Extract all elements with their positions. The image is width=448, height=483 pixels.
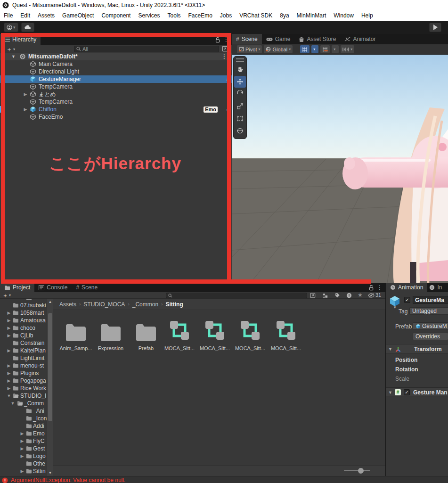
expand-arrow-icon[interactable]: ▶ (7, 318, 11, 323)
gesture-manager-component-header[interactable]: ▼ # ✓ Gesture Man (386, 387, 448, 396)
snap-dropdown-button[interactable]: ▾ (332, 45, 339, 53)
tag-dropdown[interactable]: Untagged (409, 307, 448, 315)
scrollbar-thumb[interactable] (48, 313, 52, 421)
menu-minminmart[interactable]: MinMinMart (293, 10, 330, 21)
create-dropdown-icon[interactable]: ▾ (9, 293, 11, 297)
overlay-drag-handle[interactable] (236, 58, 244, 62)
tab-console[interactable]: Console (34, 283, 72, 292)
transform-foldout-icon[interactable]: ▼ (388, 347, 392, 352)
tab-animation[interactable]: Animation (386, 283, 427, 292)
grid-visibility-button[interactable] (300, 45, 310, 53)
expand-arrow-icon[interactable]: ▶ (7, 311, 11, 315)
overrides-dropdown[interactable]: Overrides (413, 333, 448, 340)
component-enabled-checkbox[interactable]: ✓ (404, 389, 410, 395)
chevron-right-icon[interactable]: › (226, 76, 228, 83)
search-by-type-icon[interactable] (322, 293, 328, 298)
menu-vrchat-sdk[interactable]: VRChat SDK (236, 10, 276, 21)
tree-item-plugins[interactable]: ▶Plugins (0, 369, 53, 377)
unlock-icon[interactable] (368, 285, 374, 291)
asset-folder-expression[interactable]: Expression (94, 319, 128, 351)
tab-game[interactable]: Game (262, 34, 295, 44)
tree-item-1058mart[interactable]: ▶1058mart (0, 309, 53, 317)
tree-item-07-tsubaki[interactable]: 07.tsubaki (0, 302, 53, 309)
tab-scene[interactable]: # Scene (232, 34, 262, 44)
icon-size-slider[interactable] (344, 470, 370, 471)
tree-item-lightlimit[interactable]: LightLimit (0, 354, 53, 362)
tree-item-sittin[interactable]: ▶Sittin (0, 467, 53, 475)
project-content-grid[interactable]: Anim_Samp...ExpressionPrefabMOCA_Sitt...… (53, 310, 385, 466)
breadcrumb-sitting[interactable]: Sitting (165, 301, 183, 308)
menu-gameobject[interactable]: GameObject (58, 10, 98, 21)
expand-arrow-icon[interactable]: ▶ (7, 333, 11, 338)
asset-prefab-moca-sitt[interactable]: MOCA_Sitt... (198, 319, 232, 351)
breadcrumb-assets[interactable]: Assets (59, 301, 76, 308)
gameobject-icon-dropdown[interactable]: ▾ (394, 305, 396, 310)
tree-item-choco[interactable]: ▶choco (0, 324, 53, 332)
scale-label[interactable]: Scale (395, 376, 409, 382)
asset-folder-prefab[interactable]: Prefab (129, 319, 163, 351)
move-tool-button[interactable] (234, 76, 246, 88)
menu-component[interactable]: Component (98, 10, 134, 21)
chevron-right-icon[interactable]: › (226, 106, 228, 113)
expand-arrow-icon[interactable]: ▶ (20, 469, 24, 474)
tab-asset-store[interactable]: Asset Store (294, 34, 340, 44)
hierarchy-item-tempcamera[interactable]: TempCamera (0, 98, 232, 106)
scale-tool-button[interactable] (234, 100, 246, 112)
tree-item-flyc[interactable]: ▶FlyC (0, 437, 53, 445)
account-button[interactable]: ▾ (4, 23, 18, 32)
hierarchy-item-tempcamera[interactable]: TempCamera (0, 83, 232, 90)
expand-arrow-icon[interactable]: ▶ (23, 92, 28, 97)
expand-arrow-icon[interactable]: ▼ (7, 393, 11, 398)
position-label[interactable]: Position (395, 357, 417, 363)
tree-item-icon[interactable]: _Icon (0, 415, 53, 422)
maximize-in-window-icon[interactable] (222, 46, 228, 52)
scene-viewport[interactable] (232, 55, 448, 283)
rotation-label[interactable]: Rotation (395, 366, 418, 373)
create-dropdown-icon[interactable]: ▾ (13, 47, 15, 51)
hierarchy-item-gesturemanager[interactable]: GestureManager› (0, 75, 232, 83)
tree-item-logo[interactable]: ▶Logo (0, 452, 53, 460)
emo-badge[interactable]: Emo (204, 106, 218, 113)
hierarchy-item-chiffon[interactable]: ▶ChiffonEmo› (0, 106, 232, 113)
tree-item-addi[interactable]: Addi (0, 422, 53, 430)
active-checkbox[interactable]: ✓ (404, 297, 410, 303)
expand-arrow-icon[interactable]: ▶ (7, 326, 11, 330)
slider-knob[interactable] (358, 468, 364, 474)
favorites-star-icon[interactable]: ★ (358, 292, 363, 298)
asset-prefab-moca-sitt[interactable]: MOCA_Sitt... (163, 319, 196, 351)
rotate-tool-button[interactable] (234, 88, 246, 100)
menu-services[interactable]: Services (134, 10, 163, 21)
tab-scene-bottom[interactable]: # Scene (72, 283, 102, 292)
asset-folder-anim-samp[interactable]: Anim_Samp... (59, 319, 93, 351)
expand-arrow-icon[interactable]: ▶ (20, 439, 24, 443)
tree-item-pogapoga[interactable]: ▶Pogapoga (0, 377, 53, 385)
tab-inspector[interactable]: In (427, 283, 444, 292)
cloud-button[interactable] (21, 23, 34, 32)
menu-edit[interactable]: Edit (16, 10, 34, 21)
log-filter-icon[interactable] (346, 293, 352, 298)
expand-arrow-icon[interactable]: ▼ (10, 401, 15, 406)
tree-item-cjlib[interactable]: ▶CjLib (0, 332, 53, 339)
panel-menu-icon[interactable]: ⋮ (377, 285, 383, 290)
tree-item-gest[interactable]: ▶Gest (0, 445, 53, 452)
status-bar[interactable]: ArgumentNullException: Value cannot be n… (0, 476, 448, 483)
tab-animator[interactable]: Animator (340, 34, 380, 44)
hierarchy-item-faceemo[interactable]: FaceEmo (0, 113, 232, 121)
menu-help[interactable]: Help (358, 10, 377, 21)
tree-item-studio-i[interactable]: ▼STUDIO_I (0, 392, 53, 400)
gameobject-name-field[interactable]: GestureMa (413, 296, 448, 304)
tree-scrollbar[interactable]: ▲ ▼ (47, 299, 53, 476)
tab-hierarchy[interactable]: Hierarchy (0, 34, 41, 45)
tree-item-rice-work[interactable]: ▶Rice Work (0, 385, 53, 392)
expand-arrow-icon[interactable]: ▶ (23, 107, 28, 112)
expand-arrow-icon[interactable]: ▶ (7, 378, 11, 383)
asset-prefab-moca-sitt[interactable]: MOCA_Sitt... (269, 319, 303, 351)
expand-arrow-icon[interactable]: ▶ (7, 348, 11, 353)
component-foldout-icon[interactable]: ▼ (388, 390, 392, 395)
expand-arrow-icon[interactable]: ▶ (20, 454, 24, 458)
menu-tools[interactable]: Tools (163, 10, 184, 21)
breadcrumb-common[interactable]: _Common (132, 301, 158, 308)
hierarchy-item-item[interactable]: ▶まとめ (0, 90, 232, 98)
snap-increment-button[interactable]: ▾ (341, 45, 354, 53)
expand-arrow-icon[interactable]: ▶ (20, 446, 24, 451)
